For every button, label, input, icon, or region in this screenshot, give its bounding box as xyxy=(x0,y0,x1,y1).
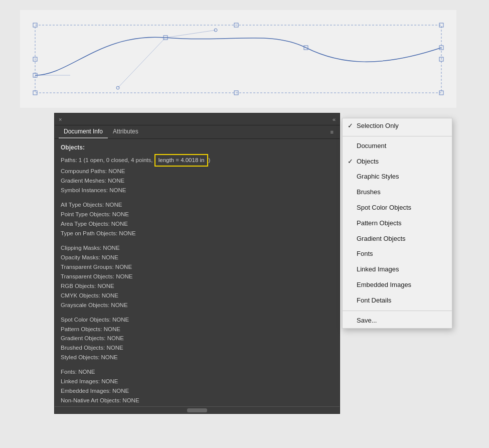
dropdown-item-document[interactable]: Document xyxy=(343,138,452,154)
dropdown-item-embedded-images[interactable]: Embedded Images xyxy=(343,277,452,293)
svg-line-17 xyxy=(118,38,166,88)
horizontal-scrollbar xyxy=(55,406,340,413)
dropdown-item-linked-images[interactable]: Linked Images xyxy=(343,262,452,277)
point-type-objects-line: Point Type Objects: NONE xyxy=(61,211,129,217)
fonts-line: Fonts: NONE xyxy=(61,369,95,375)
pattern-objects-line: Pattern Objects: NONE xyxy=(61,326,120,332)
spot-color-objects-line: Spot Color Objects: NONE xyxy=(61,317,129,323)
length-highlight: length = 4.0018 in xyxy=(154,154,209,167)
dropdown-item-font-details[interactable]: Font Details xyxy=(343,293,452,309)
styled-objects-line: Styled Objects: NONE xyxy=(61,354,118,360)
clipping-masks-line: Clipping Masks: NONE xyxy=(61,245,120,251)
transparent-objects-line: Transparent Objects: NONE xyxy=(61,273,132,279)
paths-line-prefix: Paths: 1 (1 open, 0 closed, 4 points, xyxy=(61,157,154,163)
paths-line-suffix: ) xyxy=(208,157,210,163)
dropdown-item-objects[interactable]: Objects xyxy=(343,154,452,170)
panel-content: Objects: Paths: 1 (1 open, 0 closed, 4 p… xyxy=(55,139,340,406)
panel-tabs: Document Info Attributes ≡ xyxy=(55,125,340,139)
compound-paths-line: Compound Paths: NONE xyxy=(61,168,125,174)
panel-menu-button[interactable]: ≡ xyxy=(329,125,336,138)
symbol-instances-line: Symbol Instances: NONE xyxy=(61,187,126,193)
non-native-art-objects-line: Non-Native Art Objects: NONE xyxy=(61,397,139,403)
tab-attributes[interactable]: Attributes xyxy=(108,125,143,138)
gradient-meshes-line: Gradient Meshes: NONE xyxy=(61,178,124,184)
cmyk-objects-line: CMYK Objects: NONE xyxy=(61,292,118,298)
dropdown-item-graphic-styles[interactable]: Graphic Styles xyxy=(343,169,452,185)
tab-document-info[interactable]: Document Info xyxy=(59,125,108,138)
dropdown-item-fonts[interactable]: Fonts xyxy=(343,246,452,262)
opacity-masks-line: Opacity Masks: NONE xyxy=(61,254,118,260)
embedded-images-line: Embedded Images: NONE xyxy=(61,388,129,394)
type-on-path-objects-line: Type on Path Objects: NONE xyxy=(61,230,136,236)
document-info-panel: × « Document Info Attributes ≡ Objects: … xyxy=(54,113,340,414)
panel-text-content: Paths: 1 (1 open, 0 closed, 4 points, le… xyxy=(61,154,334,405)
svg-line-16 xyxy=(166,30,216,38)
scrollbar-handle[interactable] xyxy=(187,408,207,412)
rgb-objects-line: RGB Objects: NONE xyxy=(61,283,114,289)
all-type-objects-line: All Type Objects: NONE xyxy=(61,202,122,208)
dropdown-item-save[interactable]: Save... xyxy=(343,313,452,329)
svg-rect-0 xyxy=(35,25,441,93)
linked-images-line: Linked Images: NONE xyxy=(61,378,118,384)
brushed-objects-line: Brushed Objects: NONE xyxy=(61,345,123,351)
dropdown-separator-1 xyxy=(343,136,452,136)
dropdown-item-selection-only[interactable]: Selection Only xyxy=(343,118,452,134)
panel-collapse-button[interactable]: « xyxy=(333,116,336,122)
gradient-objects-line: Gradient Objects: NONE xyxy=(61,335,124,341)
panel-titlebar: × « xyxy=(55,113,340,125)
dropdown-item-brushes[interactable]: Brushes xyxy=(343,185,452,200)
canvas-area xyxy=(20,10,456,108)
dropdown-item-spot-color-objects[interactable]: Spot Color Objects xyxy=(343,200,452,216)
dropdown-item-gradient-objects[interactable]: Gradient Objects xyxy=(343,231,452,247)
area-type-objects-line: Area Type Objects: NONE xyxy=(61,221,128,227)
panel-close-button[interactable]: × xyxy=(59,116,62,122)
section-title: Objects: xyxy=(61,144,334,151)
dropdown-item-pattern-objects[interactable]: Pattern Objects xyxy=(343,216,452,231)
dropdown-menu: Selection Only Document Objects Graphic … xyxy=(342,118,452,329)
dropdown-separator-2 xyxy=(343,311,452,311)
transparent-groups-line: Transparent Groups: NONE xyxy=(61,264,132,270)
grayscale-objects-line: Grayscale Objects: NONE xyxy=(61,302,128,308)
